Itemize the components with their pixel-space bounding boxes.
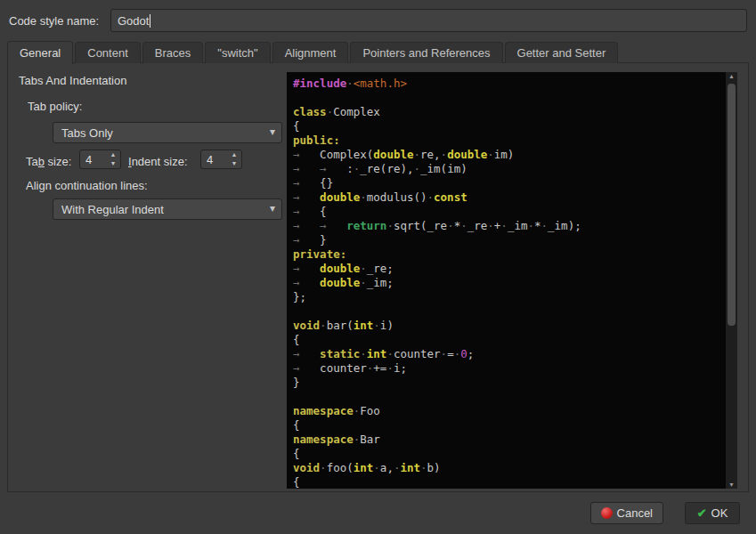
code-token: · <box>441 148 448 161</box>
code-token: _im; <box>367 276 394 289</box>
code-token: i; <box>394 361 407 375</box>
tab-policy-select[interactable]: Tabs Only ▾ <box>53 122 282 143</box>
code-token: · <box>527 219 534 232</box>
spin-down-button[interactable]: ▼ <box>107 159 119 168</box>
code-token: · <box>413 148 420 161</box>
code-line: → double·_im; <box>293 276 726 290</box>
code-line: { <box>293 475 726 489</box>
code-line: public: <box>293 134 726 148</box>
code-token: · <box>360 347 367 360</box>
code-token: = <box>447 347 454 360</box>
group-title-tabs-and-indentation: Tabs And Indentation <box>19 74 126 87</box>
spin-up-button[interactable]: ▲ <box>107 150 119 159</box>
code-token: → <box>293 190 320 204</box>
code-token: · <box>346 77 354 90</box>
code-token: Complex( <box>320 148 373 161</box>
code-style-name-input[interactable]: Godot <box>110 9 747 32</box>
scroll-down-icon[interactable]: ▼ <box>726 481 737 488</box>
tab-content[interactable]: Content <box>75 42 141 63</box>
tab-braces[interactable]: Braces <box>142 42 203 63</box>
code-token: <math.h> <box>354 77 407 90</box>
code-token: re, <box>420 148 441 161</box>
code-token: namespace <box>293 404 354 417</box>
code-preview-text[interactable]: #include·<math.h>class·Complex{public:→ … <box>287 72 726 489</box>
code-token: _re(re), <box>360 162 413 175</box>
code-token: → <box>293 176 320 190</box>
code-token: · <box>386 219 394 232</box>
tab-pointers-and-references[interactable]: Pointers and References <box>350 42 502 63</box>
code-line: → counter·+=·i; <box>293 361 726 376</box>
code-line: → → :·_re(re),·_im(im) <box>293 162 726 176</box>
code-token: · <box>386 347 394 360</box>
code-line: namespace·Bar <box>293 433 726 447</box>
spin-up-button[interactable]: ▲ <box>228 150 240 159</box>
tab-size-spin-buttons: ▲ ▼ <box>107 150 119 168</box>
code-line: → → return·sqrt(_re·*·_re·+·_im·*·_im); <box>293 219 726 233</box>
indent-size-value: 4 <box>207 150 213 169</box>
code-token: sqrt(_re <box>394 219 447 232</box>
code-token: { <box>293 119 300 133</box>
code-token: const <box>434 190 467 204</box>
code-token: modulus() <box>367 190 427 204</box>
code-token: { <box>293 418 300 432</box>
code-token: void <box>293 319 320 332</box>
code-token: · <box>373 319 380 332</box>
code-token: i) <box>380 319 394 332</box>
code-preview: #include·<math.h>class·Complex{public:→ … <box>287 72 737 489</box>
code-token: int <box>367 347 387 360</box>
ok-button-label: OK <box>711 506 728 520</box>
code-line: → double·modulus()·const <box>293 190 726 205</box>
code-token: _im <box>508 219 528 232</box>
tab-size-value: 4 <box>85 150 92 169</box>
chevron-down-icon: ▾ <box>270 202 275 214</box>
code-line: { <box>293 418 726 433</box>
code-token: int <box>400 461 420 474</box>
tab-switch[interactable]: "switch" <box>205 42 270 63</box>
spin-down-button[interactable]: ▼ <box>228 159 240 168</box>
cancel-button[interactable]: Cancel <box>590 502 663 524</box>
code-token: : <box>346 162 354 175</box>
code-token: * <box>534 219 541 232</box>
code-token: → <box>293 361 320 375</box>
tab-general[interactable]: General <box>7 41 73 64</box>
tab-size-label: Tab size: <box>26 155 71 168</box>
tab-content-general: Tabs And Indentation Tab policy: Tabs On… <box>7 62 749 492</box>
code-line: class·Complex <box>293 105 726 119</box>
code-token: double <box>320 190 360 204</box>
code-token: · <box>487 148 494 161</box>
tab-policy-label: Tab policy: <box>28 100 82 113</box>
tab-size-spinbox[interactable]: 4 ▲ ▼ <box>79 150 121 169</box>
code-token: double <box>373 148 413 161</box>
code-token: Bar <box>360 433 380 446</box>
scrollbar-handle[interactable] <box>728 84 736 326</box>
code-line: → { <box>293 205 726 219</box>
code-token: counter <box>320 361 367 375</box>
tab-alignment[interactable]: Alignment <box>272 42 349 63</box>
code-token: double <box>447 148 487 161</box>
code-token: b) <box>427 461 441 474</box>
code-token: void <box>293 461 320 474</box>
code-line: → static·int·counter·=·0; <box>293 347 726 361</box>
code-scrollbar[interactable]: ▲ ▼ <box>726 72 737 489</box>
code-line <box>293 390 726 404</box>
code-token: · <box>427 190 435 204</box>
code-token: public: <box>293 134 340 147</box>
align-continuation-select[interactable]: With Regular Indent ▾ <box>53 198 282 220</box>
code-token: → <box>293 347 320 360</box>
scroll-up-icon[interactable]: ▲ <box>726 73 737 79</box>
code-style-name-label: Code style name: <box>9 14 99 28</box>
ok-button[interactable]: ✔ OK <box>685 502 740 524</box>
code-token: { <box>293 475 300 489</box>
code-token: → → <box>293 162 346 175</box>
indent-size-spinbox[interactable]: 4 ▲ ▼ <box>200 150 242 169</box>
code-token: ; <box>467 347 475 360</box>
indent-size-spin-buttons: ▲ ▼ <box>228 150 240 168</box>
code-token: · <box>487 219 494 232</box>
code-token: · <box>420 461 427 474</box>
tab-getter-and-setter[interactable]: Getter and Setter <box>505 42 619 63</box>
chevron-down-icon: ▾ <box>270 125 275 138</box>
code-token: counter <box>394 347 441 360</box>
code-token: 0 <box>460 347 467 360</box>
code-token: += <box>373 361 386 375</box>
code-line: } <box>293 376 726 390</box>
